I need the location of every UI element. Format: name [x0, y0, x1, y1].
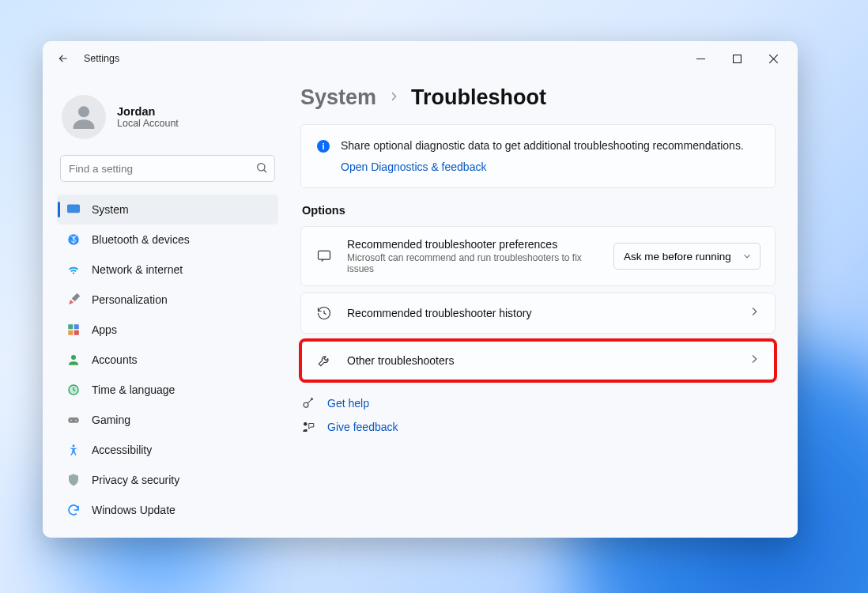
get-help-link[interactable]: Get help — [327, 397, 369, 410]
option-title: Other troubleshooters — [347, 354, 734, 367]
help-icon — [300, 395, 316, 411]
search-icon — [255, 161, 268, 177]
sidebar: Jordan Local Account System Bluetooth & … — [43, 76, 288, 538]
svg-point-15 — [73, 444, 75, 447]
sidebar-item-label: Apps — [92, 323, 117, 336]
sidebar-item-accessibility[interactable]: Accessibility — [57, 435, 278, 465]
sidebar-item-label: Network & internet — [92, 263, 183, 276]
svg-rect-3 — [68, 205, 80, 213]
sidebar-item-bluetooth[interactable]: Bluetooth & devices — [57, 225, 278, 255]
info-icon: i — [317, 140, 330, 153]
option-subtitle: Microsoft can recommend and run troubles… — [347, 252, 599, 274]
display-icon — [66, 202, 81, 217]
app-title: Settings — [84, 53, 119, 64]
sidebar-item-label: Privacy & security — [92, 474, 179, 486]
svg-rect-12 — [68, 417, 79, 423]
svg-rect-7 — [74, 324, 79, 329]
minimize-icon — [696, 55, 705, 63]
titlebar: Settings — [43, 41, 798, 76]
sidebar-item-label: System — [92, 203, 129, 216]
settings-window: Settings Jordan Local Account — [43, 41, 798, 538]
wifi-icon — [66, 263, 81, 277]
breadcrumb-parent[interactable]: System — [300, 85, 376, 110]
maximize-button[interactable] — [719, 47, 755, 70]
svg-point-14 — [75, 420, 77, 421]
sidebar-item-time[interactable]: Time & language — [57, 375, 278, 405]
main-content: System Troubleshoot i Share optional dia… — [288, 76, 798, 538]
option-other-troubleshooters[interactable]: Other troubleshooters — [300, 340, 776, 381]
svg-point-17 — [304, 402, 308, 407]
option-recommended-preferences[interactable]: Recommended troubleshooter preferences M… — [300, 226, 776, 286]
sidebar-item-apps[interactable]: Apps — [57, 315, 278, 345]
svg-point-1 — [78, 106, 89, 117]
chevron-right-icon — [387, 90, 400, 106]
breadcrumb: System Troubleshoot — [300, 85, 776, 110]
clock-icon — [66, 383, 81, 397]
sidebar-item-label: Bluetooth & devices — [92, 233, 190, 246]
paintbrush-icon — [66, 293, 81, 307]
bluetooth-icon — [66, 232, 81, 247]
svg-rect-6 — [68, 324, 73, 329]
maximize-icon — [733, 55, 742, 63]
feedback-icon — [300, 419, 316, 435]
close-icon — [769, 55, 778, 63]
options-heading: Options — [302, 204, 776, 217]
svg-point-18 — [311, 398, 313, 400]
accessibility-icon — [66, 443, 81, 457]
back-button[interactable] — [54, 49, 73, 68]
info-card: i Share optional diagnostic data to get … — [300, 124, 776, 188]
diagnostics-feedback-link[interactable]: Open Diagnostics & feedback — [341, 161, 759, 173]
minimize-button[interactable] — [682, 47, 719, 70]
sidebar-item-privacy[interactable]: Privacy & security — [57, 465, 278, 495]
sidebar-item-label: Time & language — [92, 383, 175, 396]
svg-point-13 — [70, 420, 72, 421]
user-name: Jordan — [117, 105, 179, 118]
sidebar-item-personalization[interactable]: Personalization — [57, 285, 278, 315]
preferences-dropdown[interactable]: Ask me before running — [613, 243, 760, 270]
window-controls — [682, 47, 791, 70]
footer-links: Get help Give feedback — [300, 395, 776, 435]
search-wrap — [60, 155, 275, 182]
option-title: Recommended troubleshooter preferences — [347, 238, 599, 251]
svg-point-10 — [71, 355, 76, 360]
avatar — [62, 95, 106, 139]
shield-icon — [66, 473, 81, 487]
user-panel[interactable]: Jordan Local Account — [57, 90, 278, 149]
sidebar-item-accounts[interactable]: Accounts — [57, 345, 278, 375]
sidebar-item-label: Gaming — [92, 414, 130, 426]
person-icon — [68, 101, 100, 133]
svg-rect-8 — [68, 330, 73, 335]
svg-rect-9 — [74, 330, 79, 335]
option-troubleshooter-history[interactable]: Recommended troubleshooter history — [300, 293, 776, 334]
option-title: Recommended troubleshooter history — [347, 307, 734, 319]
gamepad-icon — [66, 413, 81, 427]
account-icon — [66, 353, 81, 367]
update-icon — [66, 503, 81, 517]
user-subtitle: Local Account — [117, 118, 179, 129]
dropdown-value: Ask me before running — [624, 251, 731, 263]
chevron-right-icon — [748, 305, 760, 321]
sidebar-item-network[interactable]: Network & internet — [57, 255, 278, 285]
sidebar-item-update[interactable]: Windows Update — [57, 495, 278, 525]
give-feedback-link[interactable]: Give feedback — [327, 421, 398, 433]
sidebar-nav: System Bluetooth & devices Network & int… — [57, 195, 278, 525]
chevron-down-icon — [742, 251, 753, 264]
history-icon — [315, 304, 333, 322]
svg-rect-0 — [733, 55, 741, 62]
sidebar-item-system[interactable]: System — [57, 195, 278, 225]
chevron-right-icon — [748, 353, 760, 368]
svg-point-2 — [258, 164, 265, 171]
svg-point-19 — [304, 422, 308, 426]
breadcrumb-current: Troubleshoot — [411, 85, 546, 110]
sidebar-item-gaming[interactable]: Gaming — [57, 405, 278, 435]
close-button[interactable] — [755, 47, 791, 70]
search-input[interactable] — [60, 155, 275, 182]
sidebar-item-label: Personalization — [92, 293, 168, 306]
arrow-left-icon — [57, 52, 70, 65]
sidebar-item-label: Accounts — [92, 353, 138, 366]
wrench-icon — [315, 352, 333, 369]
info-text: Share optional diagnostic data to get ad… — [341, 139, 744, 152]
chat-icon — [315, 247, 333, 265]
sidebar-item-label: Windows Update — [92, 504, 175, 516]
sidebar-item-label: Accessibility — [92, 444, 152, 456]
